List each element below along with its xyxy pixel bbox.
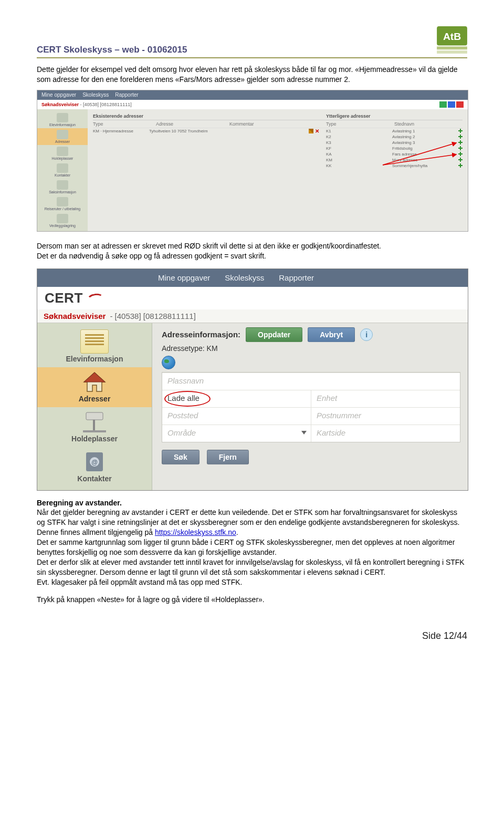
link-skoleskyss[interactable]: https://skoleskyss.stfk.no — [155, 528, 236, 536]
field-postnummer[interactable]: Postnummer — [311, 407, 460, 425]
right-table-title: Ytterligere adresser — [326, 113, 371, 119]
wizard-id: - [40538] [08128811111] — [80, 102, 132, 107]
cancel-button[interactable]: Avbryt — [308, 327, 355, 342]
screenshot-2-nav: Mine oppgaver Skoleskyss Rapporter — [37, 269, 468, 287]
book-icon — [57, 163, 68, 173]
update-button[interactable]: Oppdater — [246, 327, 302, 342]
field-enhet[interactable]: Enhet — [311, 390, 460, 407]
house-icon — [81, 370, 108, 394]
svg-rect-1 — [437, 47, 467, 50]
sidebar-item-adresser[interactable]: Adresser — [37, 367, 152, 407]
add-icon[interactable] — [458, 152, 463, 156]
sidebar-item[interactable]: Saksinformasjon — [37, 179, 88, 195]
nav-item[interactable]: Skoleskyss — [225, 273, 264, 282]
paragraph-1: Dette gjelder for eksempel ved delt omso… — [37, 65, 467, 85]
section-heading: Beregning av avstander. — [37, 498, 467, 508]
add-icon[interactable] — [458, 158, 463, 162]
nav-item[interactable]: Rapporter — [279, 273, 314, 282]
delete-icon[interactable]: ✕ — [315, 129, 320, 133]
svg-rect-2 — [437, 50, 467, 54]
table-row: K3Avlastning 3 — [93, 140, 463, 146]
page-footer: Side 12/44 — [37, 630, 467, 642]
screenshot-2: Mine oppgaver Skoleskyss Rapporter CERT … — [37, 268, 468, 491]
logo-atb: AtB — [437, 26, 467, 55]
nav-item[interactable]: Skoleskyss — [82, 92, 109, 98]
sidebar-item[interactable]: Adresser — [37, 128, 88, 145]
body-paragraph: Evt. klagesaker på feil oppmålt avstand … — [37, 577, 467, 587]
attach-icon — [57, 214, 68, 223]
table-cell: Tyholtveien 10 7052 Trondheim — [149, 129, 208, 133]
folder-icon — [57, 180, 68, 190]
field-kartside[interactable]: Kartside — [311, 425, 460, 442]
house-icon — [57, 130, 68, 139]
panel-title: Adresseinformasjon: — [162, 330, 240, 339]
route-icon — [57, 197, 68, 206]
clear-button[interactable]: Fjern — [207, 450, 249, 464]
table-row: K2Avlastning 2 — [93, 134, 463, 140]
wizard-label: Søknadsveiviser — [44, 312, 106, 320]
sidebar-item[interactable]: Vedleggslagring — [37, 212, 88, 229]
wizard-label: Søknadsveiviser — [41, 102, 79, 107]
sidebar-item[interactable]: Kontakter — [37, 162, 88, 179]
address-type-label: Adressetype: KM — [162, 344, 460, 353]
body-paragraph: Det er samme kartgrunnlag som ligger til… — [37, 537, 467, 557]
svg-rect-8 — [83, 430, 106, 432]
info-icon[interactable]: i — [360, 328, 373, 341]
doc-title: CERT Skoleskyss – web - 01062015 — [37, 45, 187, 55]
note-icon — [57, 113, 68, 122]
screenshot-1-nav: Mine oppgaver Skoleskyss Rapporter — [37, 90, 468, 100]
cert-logo-swish-icon — [87, 292, 103, 304]
note-icon — [80, 329, 109, 354]
search-button[interactable]: Søk — [162, 450, 200, 464]
field-plassnavn[interactable]: Plassnavn — [162, 373, 460, 390]
window-controls[interactable] — [439, 101, 464, 108]
field-poststed[interactable]: Poststed — [162, 407, 311, 425]
field-omrade[interactable]: Område — [162, 425, 311, 442]
table-row: KKSommerhjem/hytta — [93, 163, 463, 169]
sign-icon — [57, 147, 68, 156]
svg-text:@: @ — [91, 459, 98, 466]
sidebar-item-kontakter[interactable]: @ Kontakter — [37, 447, 152, 487]
paragraph-2: Dersom man ser at adressen er skrevet me… — [37, 241, 467, 261]
body-paragraph: Denne finnes allment tilgjengelig på htt… — [37, 528, 467, 537]
svg-rect-7 — [86, 412, 103, 420]
table-row: KMMors adresse — [93, 157, 463, 163]
busstop-icon — [81, 410, 108, 433]
body-paragraph: Når det gjelder beregning av avstander i… — [37, 508, 467, 528]
field-lade[interactable]: Lade alle — [162, 390, 311, 407]
add-icon[interactable] — [458, 129, 463, 133]
sidebar-item[interactable]: Reiseruter / utbetaling — [37, 195, 88, 212]
body-paragraph: Det er derfor slik at elever med avstand… — [37, 557, 467, 577]
nav-item[interactable]: Rapporter — [115, 92, 138, 98]
left-table-title: Eksisterende adresser — [93, 113, 143, 119]
nav-item[interactable]: Mine oppgaver — [158, 273, 210, 282]
row-actions[interactable]: ✕ — [309, 129, 320, 133]
table-row: KFFritidsbolig — [93, 146, 463, 151]
globe-icon[interactable] — [162, 356, 175, 369]
nav-item[interactable]: Mine oppgaver — [41, 92, 76, 98]
sidebar-item[interactable]: Holdeplasser — [37, 145, 88, 162]
wizard-id: - [40538] [08128811111] — [110, 312, 195, 320]
add-icon[interactable] — [458, 140, 463, 144]
edit-icon[interactable] — [309, 129, 313, 133]
add-icon[interactable] — [458, 135, 463, 139]
addressbook-icon: @ — [81, 450, 108, 473]
add-icon[interactable] — [458, 163, 463, 168]
svg-text:AtB: AtB — [443, 31, 461, 42]
cert-logo-text: CERT — [45, 290, 83, 306]
screenshot-1: Mine oppgaver Skoleskyss Rapporter Søkna… — [37, 90, 468, 232]
sidebar-item-elevinfo[interactable]: Elevinformasjon — [37, 326, 152, 367]
sidebar-item[interactable]: Elevinformasjon — [37, 111, 88, 128]
body-paragraph: Trykk på knappen «Neste» for å lagre og … — [37, 595, 467, 605]
table-cell: KM · Hjemmeadresse — [93, 129, 133, 133]
add-icon[interactable] — [458, 146, 463, 150]
table-row: KAFars adresse — [93, 151, 463, 157]
sidebar-item-holdeplasser[interactable]: Holdeplasser — [37, 407, 152, 447]
